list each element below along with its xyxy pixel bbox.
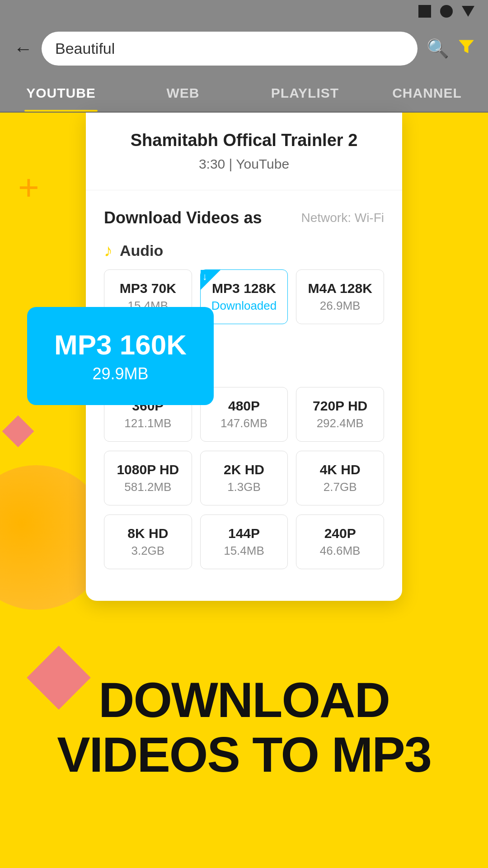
search-bar[interactable]: Beautiful [42, 32, 418, 66]
format-name: M4A 128K [301, 281, 379, 296]
format-1080p[interactable]: 1080P HD 581.2MB [104, 451, 192, 505]
format-name: 2K HD [205, 462, 283, 477]
format-size: 1.3GB [205, 480, 283, 494]
divider [86, 190, 402, 190]
format-size: Downloaded [205, 299, 283, 313]
diamond-decoration-small [2, 415, 34, 448]
tab-playlist[interactable]: PLAYLIST [244, 75, 366, 112]
signal-icon [440, 5, 453, 18]
video-format-grid-2: 1080P HD 581.2MB 2K HD 1.3GB 4K HD 2.7GB [104, 451, 384, 505]
format-m4a-128k[interactable]: M4A 128K 26.9MB [296, 269, 384, 324]
format-size: 581.2MB [109, 480, 187, 494]
format-name: 240P [301, 526, 379, 541]
tab-youtube[interactable]: YOUTUBE [0, 75, 122, 112]
format-240p[interactable]: 240P 46.6MB [296, 514, 384, 569]
video-meta: 3:30 | YouTube [104, 156, 384, 172]
format-144p[interactable]: 144P 15.4MB [200, 514, 288, 569]
format-name: 480P [205, 398, 283, 414]
format-size: 46.6MB [301, 544, 379, 558]
download-label: Download Videos as [104, 208, 262, 227]
audio-icon: ♪ [104, 241, 113, 260]
format-size: 147.6MB [205, 416, 283, 430]
search-button[interactable]: 🔍 [427, 38, 449, 59]
format-name: 1080P HD [109, 462, 187, 477]
tabs-bar: YOUTUBE WEB PLAYLIST CHANNEL [0, 75, 488, 113]
plus-decoration: + [18, 167, 39, 208]
download-section-header: Download Videos as Network: Wi-Fi [104, 208, 384, 227]
format-720p[interactable]: 720P HD 292.4MB [296, 387, 384, 442]
network-label: Network: Wi-Fi [301, 211, 384, 225]
format-size: 15.4MB [205, 544, 283, 558]
audio-section-label: ♪ Audio [104, 241, 384, 260]
battery-icon [418, 5, 431, 18]
video-title: Shamitabh Offical Trainler 2 [104, 131, 384, 150]
wifi-icon [462, 6, 474, 17]
header: ← Beautiful 🔍 [0, 23, 488, 75]
format-size: 121.1MB [109, 416, 187, 430]
floating-format-size: 29.9MB [54, 364, 187, 383]
format-size: 26.9MB [301, 299, 379, 313]
search-input[interactable]: Beautiful [55, 40, 115, 57]
status-bar [0, 0, 488, 23]
format-name: 4K HD [301, 462, 379, 477]
floating-format-card[interactable]: MP3 160K 29.9MB [27, 307, 214, 405]
floating-format-name: MP3 160K [54, 329, 187, 361]
format-name: MP3 70K [109, 281, 187, 296]
format-2k[interactable]: 2K HD 1.3GB [200, 451, 288, 505]
bottom-line-2: VIDEOS TO MP3 [45, 727, 443, 782]
bottom-promo-text: DOWNLOAD VIDEOS TO MP3 [0, 672, 488, 782]
tab-web[interactable]: WEB [122, 75, 244, 112]
format-name: 720P HD [301, 398, 379, 414]
format-8k[interactable]: 8K HD 3.2GB [104, 514, 192, 569]
downloaded-badge [201, 270, 221, 290]
back-button[interactable]: ← [14, 39, 33, 58]
format-size: 292.4MB [301, 416, 379, 430]
filter-button[interactable] [458, 38, 474, 59]
format-name: 8K HD [109, 526, 187, 541]
format-4k[interactable]: 4K HD 2.7GB [296, 451, 384, 505]
svg-marker-0 [459, 40, 474, 53]
format-name: 144P [205, 526, 283, 541]
video-format-grid-3: 8K HD 3.2GB 144P 15.4MB 240P 46.6MB [104, 514, 384, 569]
tab-channel[interactable]: CHANNEL [366, 75, 488, 112]
format-size: 3.2GB [109, 544, 187, 558]
format-size: 2.7GB [301, 480, 379, 494]
bottom-line-1: DOWNLOAD [45, 672, 443, 727]
audio-label: Audio [120, 242, 163, 259]
